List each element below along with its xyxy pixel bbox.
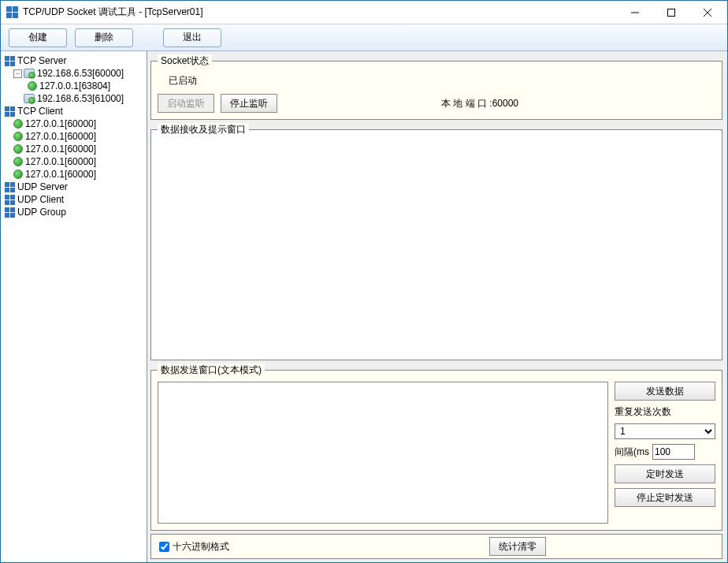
tree-label: 192.168.6.53[61000] (37, 92, 124, 105)
tree-item[interactable]: 192.168.6.53[61000] (2, 92, 145, 105)
send-side-panel: 发送数据 重复发送次数 1 间隔(ms 定时发送 停止定时发送 (615, 382, 715, 524)
recv-textarea[interactable] (158, 141, 715, 353)
status-legend: Socket状态 (158, 54, 212, 68)
stop-listen-button[interactable]: 停止监听 (221, 94, 277, 113)
server-icon (24, 94, 35, 103)
group-icon (4, 207, 15, 218)
tree-item[interactable]: 127.0.0.1[63804] (2, 80, 145, 92)
connection-tree[interactable]: TCP Server −192.168.6.53[60000] 127.0.0.… (1, 51, 147, 562)
client-icon (28, 81, 37, 91)
data-recv-group: 数据接收及提示窗口 (150, 123, 722, 360)
delete-button[interactable]: 删除 (75, 28, 133, 47)
app-icon (6, 6, 18, 19)
tree-label: TCP Server (17, 54, 66, 67)
tree-group-tcp-server[interactable]: TCP Server (2, 54, 145, 67)
status-state: 已启动 (169, 74, 715, 88)
toolbar: 创建 删除 退出 (1, 24, 727, 51)
hex-checkbox[interactable] (159, 542, 169, 552)
tree-item[interactable]: 127.0.0.1[60000] (2, 168, 145, 181)
interval-input[interactable] (652, 444, 695, 460)
send-textarea[interactable] (158, 382, 608, 524)
client-icon (13, 170, 23, 179)
tree-label: 127.0.0.1[60000] (25, 117, 96, 130)
tree-item[interactable]: 127.0.0.1[60000] (2, 155, 145, 168)
tree-group-udp-client[interactable]: UDP Client (2, 193, 145, 206)
group-icon (4, 55, 15, 66)
tree-label: 127.0.0.1[60000] (25, 168, 96, 181)
exit-button[interactable]: 退出 (163, 28, 221, 47)
hex-checkbox-label[interactable]: 十六进制格式 (159, 540, 229, 554)
tree-item[interactable]: 127.0.0.1[60000] (2, 143, 145, 155)
hex-label: 十六进制格式 (173, 540, 229, 554)
bottom-bar: 十六进制格式 统计清零 (150, 534, 722, 559)
tree-label: TCP Client (17, 105, 63, 117)
send-data-button[interactable]: 发送数据 (615, 382, 715, 401)
timed-send-button[interactable]: 定时发送 (615, 464, 715, 483)
maximize-button[interactable] (653, 1, 689, 24)
recv-legend: 数据接收及提示窗口 (158, 123, 249, 136)
server-icon (24, 69, 35, 78)
right-panel: Socket状态 已启动 启动监听 停止监听 本 地 端 口 :60000 数据… (147, 51, 727, 562)
svg-rect-1 (668, 9, 675, 16)
close-button[interactable] (689, 1, 726, 24)
stop-timed-send-button[interactable]: 停止定时发送 (615, 488, 715, 507)
tree-item[interactable]: −192.168.6.53[60000] (2, 67, 145, 80)
group-icon (4, 106, 15, 117)
client-icon (13, 144, 23, 154)
tree-group-udp-group[interactable]: UDP Group (2, 206, 145, 218)
socket-status-group: Socket状态 已启动 启动监听 停止监听 本 地 端 口 :60000 (150, 54, 722, 120)
tree-group-udp-server[interactable]: UDP Server (2, 181, 145, 193)
titlebar: TCP/UDP Socket 调试工具 - [TcpServer01] (1, 1, 727, 24)
tree-item[interactable]: 127.0.0.1[60000] (2, 117, 145, 130)
local-port-label: 本 地 端 口 :60000 (441, 97, 518, 110)
tree-label: UDP Group (17, 206, 66, 218)
client-icon (13, 132, 23, 141)
tree-label: 127.0.0.1[60000] (25, 155, 96, 168)
tree-label: 127.0.0.1[60000] (25, 143, 96, 155)
tree-item[interactable]: 127.0.0.1[60000] (2, 130, 145, 143)
tree-group-tcp-client[interactable]: TCP Client (2, 105, 145, 117)
tree-label: UDP Client (17, 193, 64, 206)
interval-label: 间隔(ms (615, 446, 649, 459)
tree-label: 192.168.6.53[60000] (37, 67, 124, 80)
group-icon (4, 194, 15, 205)
group-icon (4, 181, 15, 192)
repeat-select[interactable]: 1 (615, 423, 715, 439)
data-send-group: 数据发送窗口(文本模式) 发送数据 重复发送次数 1 间隔(ms 定时发送 停止… (150, 364, 722, 531)
repeat-label: 重复发送次数 (615, 405, 715, 419)
minimize-button[interactable] (617, 1, 653, 24)
tree-label: UDP Server (17, 181, 68, 193)
window-title: TCP/UDP Socket 调试工具 - [TcpServer01] (23, 6, 617, 19)
send-legend: 数据发送窗口(文本模式) (158, 364, 265, 377)
stats-clear-button[interactable]: 统计清零 (489, 537, 546, 556)
client-icon (13, 119, 23, 129)
collapse-icon[interactable]: − (13, 69, 22, 78)
client-icon (13, 157, 23, 166)
create-button[interactable]: 创建 (9, 28, 67, 47)
start-listen-button[interactable]: 启动监听 (158, 94, 214, 113)
tree-label: 127.0.0.1[60000] (25, 130, 96, 143)
window-controls (617, 1, 726, 24)
tree-label: 127.0.0.1[63804] (39, 80, 110, 92)
